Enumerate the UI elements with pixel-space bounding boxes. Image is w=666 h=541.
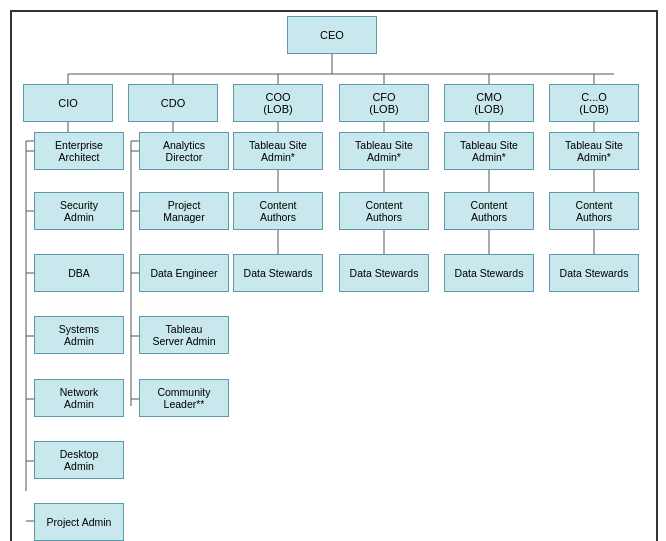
coo-node: COO (LOB) bbox=[233, 84, 323, 122]
data-engineer-node: Data Engineer bbox=[139, 254, 229, 292]
tableau-site-admin-cmo-node: Tableau Site Admin* bbox=[444, 132, 534, 170]
security-admin-node: Security Admin bbox=[34, 192, 124, 230]
enterprise-architect-node: Enterprise Architect bbox=[34, 132, 124, 170]
data-stewards-co-node: Data Stewards bbox=[549, 254, 639, 292]
community-leader-node: Community Leader** bbox=[139, 379, 229, 417]
analytics-director-node: Analytics Director bbox=[139, 132, 229, 170]
data-stewards-coo-node: Data Stewards bbox=[233, 254, 323, 292]
co-node: C...O (LOB) bbox=[549, 84, 639, 122]
tableau-site-admin-coo-node: Tableau Site Admin* bbox=[233, 132, 323, 170]
dba-node: DBA bbox=[34, 254, 124, 292]
org-chart-container: CEO CIO CDO COO (LOB) CFO (LOB) CMO (LOB… bbox=[10, 10, 658, 541]
data-stewards-cfo-node: Data Stewards bbox=[339, 254, 429, 292]
network-admin-node: Network Admin bbox=[34, 379, 124, 417]
systems-admin-node: Systems Admin bbox=[34, 316, 124, 354]
desktop-admin-node: Desktop Admin bbox=[34, 441, 124, 479]
cio-node: CIO bbox=[23, 84, 113, 122]
chart-area: CEO CIO CDO COO (LOB) CFO (LOB) CMO (LOB… bbox=[16, 16, 656, 541]
content-authors-cfo-node: Content Authors bbox=[339, 192, 429, 230]
project-manager-node: Project Manager bbox=[139, 192, 229, 230]
cfo-node: CFO (LOB) bbox=[339, 84, 429, 122]
content-authors-coo-node: Content Authors bbox=[233, 192, 323, 230]
data-stewards-cmo-node: Data Stewards bbox=[444, 254, 534, 292]
tableau-site-admin-co-node: Tableau Site Admin* bbox=[549, 132, 639, 170]
tableau-server-admin-node: Tableau Server Admin bbox=[139, 316, 229, 354]
ceo-node: CEO bbox=[287, 16, 377, 54]
project-admin-node: Project Admin bbox=[34, 503, 124, 541]
content-authors-cmo-node: Content Authors bbox=[444, 192, 534, 230]
cdo-node: CDO bbox=[128, 84, 218, 122]
content-authors-co-node: Content Authors bbox=[549, 192, 639, 230]
cmo-node: CMO (LOB) bbox=[444, 84, 534, 122]
tableau-site-admin-cfo-node: Tableau Site Admin* bbox=[339, 132, 429, 170]
